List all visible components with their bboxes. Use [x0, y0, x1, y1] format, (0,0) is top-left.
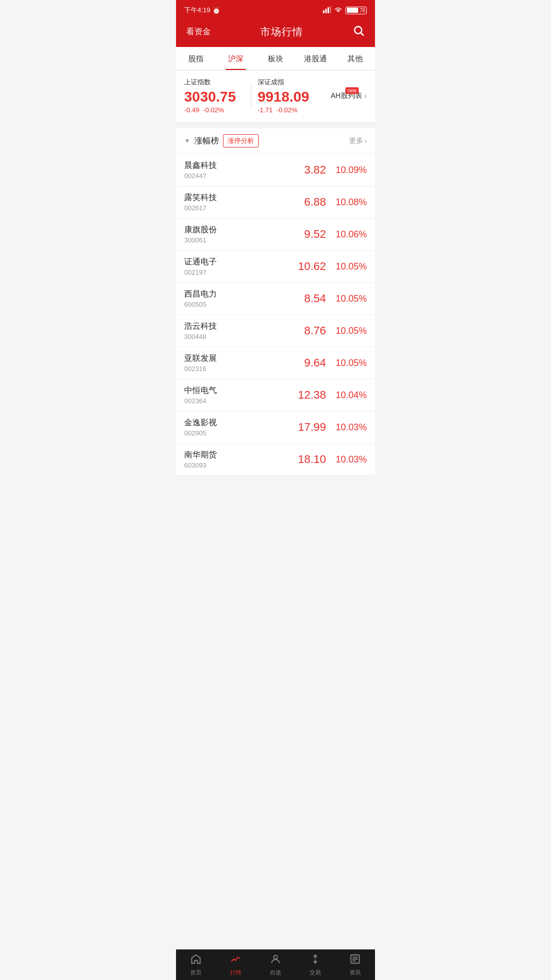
- shenzhen-change: -1.71 -0.02%: [258, 106, 318, 114]
- sort-icon[interactable]: ▼: [184, 137, 190, 144]
- stock-name: 南华期货: [184, 450, 280, 460]
- stock-info: 西昌电力 600505: [184, 289, 280, 308]
- stock-item[interactable]: 露笑科技 002617 6.88 10.08%: [176, 186, 375, 218]
- analysis-button[interactable]: 涨停分析: [223, 134, 259, 148]
- stock-price: 3.82: [280, 163, 326, 177]
- stock-price: 9.64: [280, 356, 326, 370]
- shanghai-value: 3030.75: [184, 89, 245, 105]
- stock-item[interactable]: 金逸影视 002905 17.99 10.03%: [176, 411, 375, 444]
- stock-info: 晨鑫科技 002447: [184, 160, 280, 180]
- status-right: 76: [323, 6, 367, 15]
- more-link[interactable]: 更多 ›: [349, 136, 367, 145]
- stock-code: 002617: [184, 204, 280, 212]
- stock-item[interactable]: 西昌电力 600505 8.54 10.05%: [176, 283, 375, 315]
- tab-沪深[interactable]: 沪深: [216, 47, 256, 70]
- header-left-button[interactable]: 看资金: [186, 27, 211, 37]
- list-header: ▼ 涨幅榜 涨停分析 更多 ›: [176, 128, 375, 154]
- stock-item[interactable]: 中恒电气 002364 12.38 10.04%: [176, 379, 375, 411]
- index-divider: [251, 83, 252, 109]
- battery-level: 76: [360, 8, 365, 13]
- more-chevron-icon: ›: [364, 137, 367, 145]
- stock-code: 002364: [184, 397, 280, 405]
- shenzhen-name: 深证成指: [258, 78, 318, 87]
- stock-info: 亚联发展 002316: [184, 353, 280, 373]
- stock-price: 17.99: [280, 421, 326, 434]
- stock-info: 证通电子 002197: [184, 257, 280, 276]
- stock-info: 中恒电气 002364: [184, 385, 280, 405]
- stock-name: 露笑科技: [184, 192, 280, 203]
- status-time: 下午4:19: [184, 6, 210, 15]
- stock-change: 10.09%: [326, 165, 367, 176]
- chevron-right-icon: ›: [364, 91, 367, 101]
- svg-rect-0: [323, 10, 324, 13]
- stock-price: 12.38: [280, 388, 326, 402]
- stock-price: 8.54: [280, 292, 326, 305]
- svg-rect-2: [328, 7, 329, 13]
- stock-change: 10.08%: [326, 197, 367, 208]
- stock-code: 603093: [184, 461, 280, 469]
- tab-股指[interactable]: 股指: [176, 47, 216, 70]
- tab-港股通[interactable]: 港股通: [295, 47, 335, 70]
- stock-info: 露笑科技 002617: [184, 192, 280, 212]
- stock-name: 中恒电气: [184, 385, 280, 396]
- svg-rect-1: [325, 9, 327, 13]
- stock-code: 600505: [184, 301, 280, 308]
- battery-icon: 76: [345, 7, 367, 14]
- stock-item[interactable]: 证通电子 002197 10.62 10.05%: [176, 251, 375, 283]
- tab-板块[interactable]: 板块: [256, 47, 295, 70]
- ah-link[interactable]: new AH股列表 ›: [318, 91, 367, 101]
- stock-item[interactable]: 晨鑫科技 002447 3.82 10.09%: [176, 154, 375, 186]
- shanghai-name: 上证指数: [184, 78, 245, 87]
- signal-icon: [323, 6, 331, 15]
- stock-change: 10.05%: [326, 293, 367, 304]
- stock-item[interactable]: 亚联发展 002316 9.64 10.05%: [176, 347, 375, 379]
- stock-change: 10.05%: [326, 358, 367, 369]
- stock-code: 002905: [184, 429, 280, 437]
- tab-bar: 股指沪深板块港股通其他: [176, 47, 375, 70]
- list-section: ▼ 涨幅榜 涨停分析 更多 › 晨鑫科技 002447 3.82 10.09% …: [176, 128, 375, 476]
- stock-code: 300061: [184, 236, 280, 244]
- stock-price: 9.52: [280, 228, 326, 241]
- stock-change: 10.06%: [326, 229, 367, 240]
- more-label: 更多: [349, 136, 363, 145]
- index-section: 上证指数 3030.75 -0.49 -0.02% 深证成指 9918.09 -…: [176, 70, 375, 125]
- stock-name: 晨鑫科技: [184, 160, 280, 171]
- stock-price: 6.88: [280, 195, 326, 209]
- stock-item[interactable]: 康旗股份 300061 9.52 10.06%: [176, 218, 375, 251]
- stock-change: 10.05%: [326, 261, 367, 272]
- stock-list: 晨鑫科技 002447 3.82 10.09% 露笑科技 002617 6.88…: [176, 154, 375, 476]
- stock-info: 浩云科技 300448: [184, 321, 280, 340]
- stock-name: 证通电子: [184, 257, 280, 267]
- stock-info: 南华期货 603093: [184, 450, 280, 469]
- stock-price: 18.10: [280, 453, 326, 466]
- page-title: 市场行情: [260, 25, 303, 39]
- stock-name: 金逸影视: [184, 418, 280, 428]
- index-shanghai[interactable]: 上证指数 3030.75 -0.49 -0.02%: [184, 78, 245, 114]
- search-button[interactable]: [353, 24, 365, 39]
- tab-其他[interactable]: 其他: [335, 47, 375, 70]
- header: 看资金 市场行情: [176, 18, 375, 47]
- shanghai-change: -0.49 -0.02%: [184, 106, 245, 114]
- stock-code: 002316: [184, 365, 280, 373]
- stock-change: 10.03%: [326, 422, 367, 433]
- stock-code: 002447: [184, 172, 280, 180]
- status-bar: 下午4:19 ⏰ 76: [176, 0, 375, 18]
- stock-info: 康旗股份 300061: [184, 225, 280, 244]
- stock-name: 浩云科技: [184, 321, 280, 332]
- stock-code: 300448: [184, 333, 280, 340]
- stock-info: 金逸影视 002905: [184, 418, 280, 437]
- index-shenzhen[interactable]: 深证成指 9918.09 -1.71 -0.02%: [258, 78, 318, 114]
- stock-price: 8.76: [280, 324, 326, 337]
- svg-line-5: [361, 33, 364, 36]
- status-left: 下午4:19 ⏰: [184, 6, 220, 15]
- new-badge: new: [345, 87, 359, 94]
- stock-change: 10.04%: [326, 390, 367, 401]
- shenzhen-value: 9918.09: [258, 89, 318, 105]
- list-title: 涨幅榜: [194, 136, 219, 146]
- svg-rect-3: [330, 6, 331, 13]
- stock-name: 康旗股份: [184, 225, 280, 235]
- stock-name: 亚联发展: [184, 353, 280, 364]
- stock-name: 西昌电力: [184, 289, 280, 300]
- stock-item[interactable]: 南华期货 603093 18.10 10.03%: [176, 444, 375, 476]
- stock-item[interactable]: 浩云科技 300448 8.76 10.05%: [176, 315, 375, 347]
